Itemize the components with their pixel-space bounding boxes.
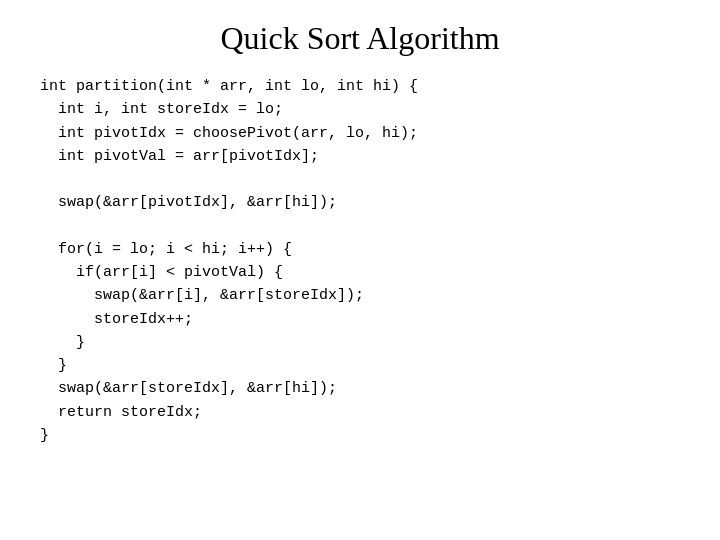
page-title: Quick Sort Algorithm (40, 20, 680, 57)
page-container: Quick Sort Algorithm int partition(int *… (0, 0, 720, 540)
code-block: int partition(int * arr, int lo, int hi)… (40, 75, 680, 447)
